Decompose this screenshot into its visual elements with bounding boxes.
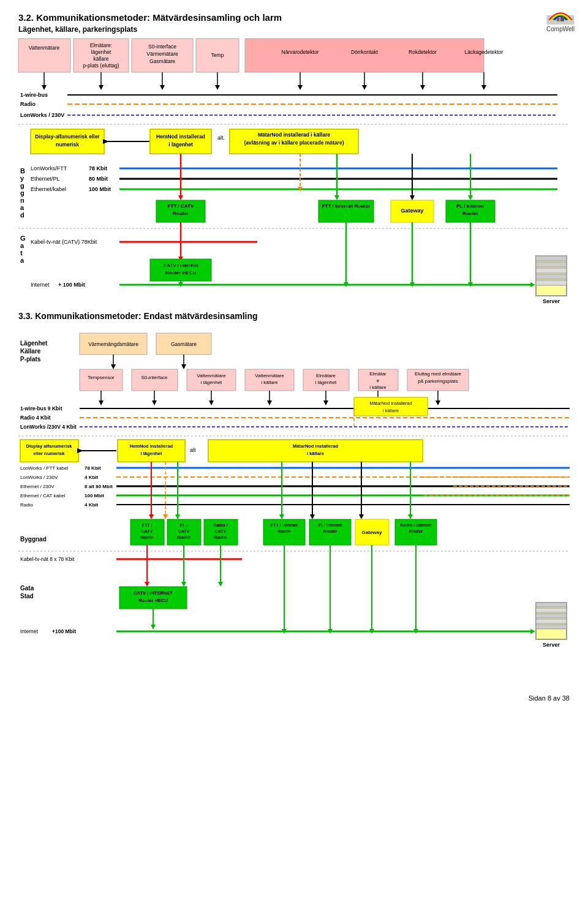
svg-text:Ethernet / CAT kabel: Ethernet / CAT kabel: [20, 493, 66, 498]
svg-text:i källare: i källare: [383, 408, 399, 413]
svg-text:källare: källare: [93, 56, 108, 62]
svg-marker-131: [111, 364, 116, 369]
svg-text:i lägenhet: i lägenhet: [201, 380, 222, 385]
svg-text:Elmätar: Elmätar: [369, 371, 386, 377]
svg-text:Ethernet / 230V: Ethernet / 230V: [20, 484, 55, 489]
svg-marker-183: [77, 448, 83, 453]
logo-icon: [545, 6, 576, 24]
svg-text:CATV: CATV: [141, 529, 153, 533]
svg-text:Elmätare:: Elmätare:: [90, 42, 112, 48]
svg-rect-1: [557, 18, 560, 21]
svg-marker-265: [530, 629, 535, 634]
svg-marker-167: [435, 400, 440, 405]
svg-text:MätarNod installerad: MätarNod installerad: [369, 400, 412, 406]
svg-marker-78: [334, 195, 339, 200]
svg-text:S0-interface: S0-interface: [148, 43, 176, 50]
svg-text:alt.: alt.: [217, 135, 225, 141]
svg-text:Elmätare: Elmätare: [316, 373, 336, 378]
svg-text:Radio / Internet: Radio / Internet: [401, 523, 432, 527]
svg-marker-34: [420, 85, 425, 90]
svg-text:+100 Mbit: +100 Mbit: [52, 628, 76, 634]
svg-text:Router: Router: [462, 211, 478, 216]
svg-text:FTT / Internet Router: FTT / Internet Router: [322, 203, 371, 209]
svg-text:LonWorks / 230V: LonWorks / 230V: [20, 475, 58, 480]
svg-marker-159: [209, 400, 214, 405]
svg-text:Vattenmätare: Vattenmätare: [29, 45, 60, 51]
svg-text:i källare: i källare: [261, 380, 278, 385]
subtitle-1: Lägenhet, källare, parkeringsplats: [18, 25, 570, 34]
svg-text:+ 100 Mbit: + 100 Mbit: [58, 282, 85, 288]
svg-marker-105: [530, 282, 535, 287]
svg-text:Rokdetektor: Rokdetektor: [409, 49, 437, 55]
svg-text:Router: Router: [214, 535, 228, 540]
svg-text:Ethernet/PL: Ethernet/PL: [31, 176, 60, 182]
svg-text:Router: Router: [409, 529, 423, 533]
svg-text:n: n: [20, 197, 24, 204]
svg-text:CATV / Internet: CATV / Internet: [163, 263, 198, 268]
svg-marker-214: [279, 514, 284, 519]
svg-text:8 alt 80 Mbit: 8 alt 80 Mbit: [85, 484, 113, 489]
svg-text:a: a: [20, 257, 24, 264]
svg-text:Eluttag med elmätare: Eluttag med elmätare: [415, 371, 462, 377]
svg-marker-87: [410, 195, 415, 200]
svg-marker-252: [181, 582, 186, 587]
svg-text:Internet: Internet: [20, 628, 38, 634]
svg-marker-89: [468, 195, 473, 200]
svg-text:i källare: i källare: [369, 385, 386, 390]
svg-text:PL /: PL /: [180, 523, 188, 527]
svg-text:Ethernet/kabel: Ethernet/kabel: [31, 186, 66, 192]
svg-rect-277: [536, 614, 567, 618]
svg-text:LonWorks / 230V: LonWorks / 230V: [20, 112, 64, 118]
svg-text:Router HECU: Router HECU: [165, 270, 197, 276]
svg-rect-276: [536, 608, 567, 612]
svg-marker-133: [181, 364, 186, 369]
svg-text:y: y: [20, 175, 24, 182]
svg-text:80 Mbit: 80 Mbit: [89, 176, 108, 182]
svg-text:4 Kbit: 4 Kbit: [85, 475, 99, 480]
svg-text:HemNod installerad: HemNod installerad: [156, 133, 205, 140]
svg-text:1-wire-bus: 1-wire-bus: [20, 92, 48, 98]
svg-text:FTT / CATV: FTT / CATV: [168, 203, 194, 209]
svg-text:Router HECU: Router HECU: [138, 598, 168, 603]
svg-rect-117: [536, 268, 567, 273]
svg-text:Källare: Källare: [20, 348, 41, 355]
svg-text:Server: Server: [543, 642, 560, 648]
svg-text:CATV / INTERNET: CATV / INTERNET: [134, 590, 173, 596]
svg-marker-155: [99, 400, 104, 405]
svg-text:LonWorks / FTT kabel: LonWorks / FTT kabel: [20, 465, 69, 471]
svg-text:Radio  4 Kbit: Radio 4 Kbit: [20, 415, 51, 421]
svg-text:LonWorks/FTT: LonWorks/FTT: [31, 165, 67, 171]
svg-text:CATV: CATV: [178, 529, 190, 533]
svg-text:i lägenhet: i lägenhet: [168, 141, 193, 148]
svg-text:Radio /: Radio /: [213, 523, 227, 527]
svg-marker-250: [145, 582, 149, 587]
svg-text:100 Mbit: 100 Mbit: [89, 186, 111, 192]
svg-text:p-plats (eluttag): p-plats (eluttag): [83, 62, 119, 69]
diagram2: Lägenhet Källare P-plats Värmemängdsmäta…: [18, 327, 582, 688]
svg-marker-48: [103, 139, 109, 144]
svg-marker-22: [42, 85, 47, 90]
svg-rect-275: [536, 603, 567, 607]
svg-rect-3: [18, 39, 70, 72]
svg-text:a: a: [20, 242, 24, 249]
svg-marker-163: [323, 400, 328, 405]
svg-text:numerisk: numerisk: [56, 141, 79, 148]
svg-text:G: G: [20, 235, 26, 242]
svg-text:PL / Internet: PL / Internet: [456, 203, 484, 209]
svg-text:Kabel-tv-nät  8 x 78 Kbit: Kabel-tv-nät 8 x 78 Kbit: [20, 556, 75, 562]
logo-text: CompWell: [545, 26, 576, 32]
svg-marker-216: [310, 514, 315, 519]
svg-marker-208: [149, 514, 154, 519]
svg-text:Gata: Gata: [20, 585, 34, 592]
svg-marker-32: [362, 85, 367, 90]
svg-text:Gasmätare: Gasmätare: [149, 58, 175, 64]
svg-text:på parkeringsplats: på parkeringsplats: [418, 378, 458, 384]
svg-text:1-wire-bus  9 Kbit: 1-wire-bus 9 Kbit: [20, 405, 62, 412]
svg-marker-28: [215, 85, 220, 90]
svg-text:Display alfanumerisk: Display alfanumerisk: [26, 443, 72, 449]
svg-text:Router: Router: [323, 529, 337, 533]
svg-text:HemNod installerad: HemNod installerad: [130, 443, 173, 449]
svg-rect-115: [536, 256, 567, 261]
svg-rect-116: [536, 262, 567, 267]
svg-text:Gateway: Gateway: [362, 530, 382, 535]
